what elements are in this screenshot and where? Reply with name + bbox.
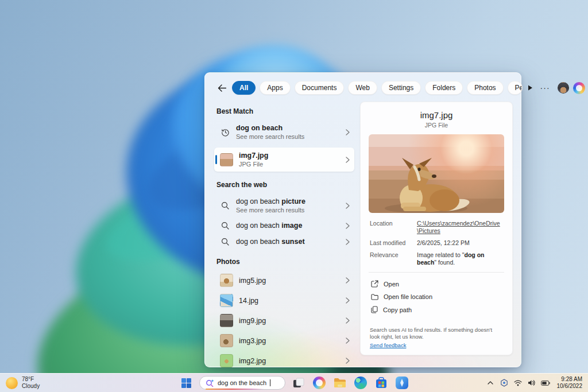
dog-illustration — [369, 150, 504, 213]
taskbar: 78°F Cloudy dog on the beach — [0, 373, 588, 392]
back-button[interactable] — [215, 81, 228, 94]
tray-app-hexagon[interactable] — [498, 377, 510, 389]
chevron-right-icon[interactable] — [346, 203, 350, 209]
chevron-right-icon[interactable] — [346, 157, 350, 163]
results-list: Best Match dog on beach See more search … — [214, 102, 355, 355]
file-explorer-button[interactable] — [332, 375, 347, 390]
task-view-button[interactable] — [291, 375, 306, 390]
tab-settings[interactable]: Settings — [381, 81, 421, 95]
result-title: dog on beach — [236, 123, 304, 133]
back-arrow-icon — [218, 84, 226, 92]
result-row-photo[interactable]: 14.jpg — [214, 290, 354, 311]
field-label: Last modified — [370, 239, 417, 247]
field-relevance: Relevance Image related to "dog on beach… — [370, 251, 503, 266]
result-row-photo[interactable]: img5.jpg — [214, 270, 354, 290]
more-options-button[interactable]: ··· — [537, 83, 554, 92]
chevron-right-icon[interactable] — [346, 317, 350, 324]
result-row-photo[interactable]: img9.jpg — [214, 311, 354, 331]
tab-photos[interactable]: Photos — [467, 81, 503, 95]
chevron-right-icon[interactable] — [346, 129, 350, 135]
search-icon — [220, 201, 230, 209]
search-results-area: Best Match dog on beach See more search … — [205, 100, 521, 362]
result-row-web-sunset[interactable]: dog on beach sunset — [214, 234, 354, 250]
task-view-icon — [293, 378, 304, 388]
clock-time: 9:28 AM — [561, 376, 582, 382]
folder-icon — [371, 294, 378, 300]
field-value: 2/6/2025, 12:22 PM — [417, 239, 470, 247]
chevron-right-icon[interactable] — [346, 337, 350, 344]
user-avatar[interactable] — [558, 82, 569, 94]
tab-scroll-right-button[interactable] — [528, 85, 533, 91]
microsoft-store-button[interactable] — [374, 375, 389, 390]
pinned-app-button[interactable] — [394, 375, 409, 390]
history-icon — [220, 128, 230, 137]
volume-tray-icon[interactable] — [526, 377, 537, 389]
field-label: Relevance — [370, 251, 417, 266]
battery-tray-icon[interactable] — [540, 377, 551, 389]
system-tray: 9:28 AM 10/6/2022 — [485, 374, 588, 392]
result-title: dog on beach picture — [236, 197, 305, 206]
weather-widget[interactable]: 78°F Cloudy — [0, 374, 45, 392]
result-row-web-picture[interactable]: dog on beach picture See more search res… — [214, 193, 354, 218]
result-title: img9.jpg — [239, 316, 266, 325]
tab-folders[interactable]: Folders — [425, 81, 463, 95]
tray-overflow-chevron[interactable] — [485, 377, 496, 389]
clock-date: 10/6/2022 — [557, 383, 583, 389]
weather-temp: 78°F — [22, 376, 34, 382]
wifi-icon — [514, 380, 522, 386]
tab-all[interactable]: All — [232, 81, 256, 95]
taskbar-search-input[interactable]: dog on the beach — [199, 376, 285, 390]
weather-text: 78°F Cloudy — [22, 376, 40, 390]
open-icon — [371, 280, 378, 288]
ai-search-icon — [206, 379, 214, 387]
start-button[interactable] — [179, 375, 194, 390]
clock-widget[interactable]: 9:28 AM 10/6/2022 — [557, 376, 583, 390]
copy-icon — [371, 306, 378, 313]
open-file-location-button[interactable]: Open file location — [369, 290, 504, 303]
preview-pane: img7.jpg JPG File — [360, 102, 513, 355]
tab-web[interactable]: Web — [348, 81, 377, 95]
open-button[interactable]: Open — [369, 277, 504, 290]
result-row-photo[interactable]: img2.jpg — [214, 351, 354, 371]
chevron-right-icon[interactable] — [346, 358, 350, 364]
divider — [369, 272, 504, 273]
file-thumbnail — [220, 354, 233, 367]
result-row-img7-selected[interactable]: img7.jpg JPG File — [214, 148, 354, 172]
field-location: Location C:\Users\zacmendez\OneDrive\Pic… — [370, 220, 503, 235]
weather-condition: Cloudy — [22, 383, 40, 389]
result-title: img7.jpg — [239, 151, 268, 160]
copy-path-button[interactable]: Copy path — [369, 303, 504, 316]
search-icon — [220, 238, 230, 246]
file-thumbnail — [220, 334, 233, 347]
preview-image[interactable] — [369, 134, 504, 213]
result-subtitle: See more search results — [236, 206, 305, 214]
tab-people[interactable]: Peo — [508, 81, 523, 95]
result-row-photo[interactable]: img3.jpg — [214, 331, 354, 351]
chevron-right-icon[interactable] — [346, 277, 350, 284]
chevron-right-icon[interactable] — [346, 239, 350, 245]
preview-file-type: JPG File — [369, 122, 504, 129]
file-thumbnail — [220, 294, 233, 307]
chevron-right-icon[interactable] — [346, 223, 350, 229]
file-explorer-icon — [334, 378, 346, 389]
tab-apps[interactable]: Apps — [260, 81, 290, 95]
location-path-link[interactable]: C:\Users\zacmendez\OneDrive\Pictures — [417, 220, 503, 235]
edge-browser-button[interactable] — [353, 375, 368, 390]
hexagon-app-icon — [500, 379, 508, 387]
wifi-tray-icon[interactable] — [512, 377, 524, 389]
ai-disclaimer: Search uses AI to find results. If somet… — [369, 327, 504, 350]
search-filter-bar: All Apps Documents Web Settings Folders … — [205, 73, 521, 100]
tab-documents[interactable]: Documents — [295, 81, 345, 95]
result-row-history[interactable]: dog on beach See more search results — [214, 120, 354, 144]
play-triangle-icon — [528, 85, 533, 91]
copilot-icon[interactable] — [573, 82, 585, 94]
search-flyout-panel: All Apps Documents Web Settings Folders … — [204, 72, 521, 367]
chevron-right-icon[interactable] — [346, 297, 350, 304]
send-feedback-link[interactable]: Send feedback — [370, 342, 406, 350]
result-title: dog on beach sunset — [236, 237, 305, 246]
preview-file-name: img7.jpg — [369, 110, 504, 120]
result-row-web-image[interactable]: dog on beach image — [214, 218, 354, 234]
result-title: 14.jpg — [239, 296, 258, 305]
copilot-taskbar-button[interactable] — [312, 375, 327, 390]
result-subtitle: JPG File — [239, 160, 268, 168]
